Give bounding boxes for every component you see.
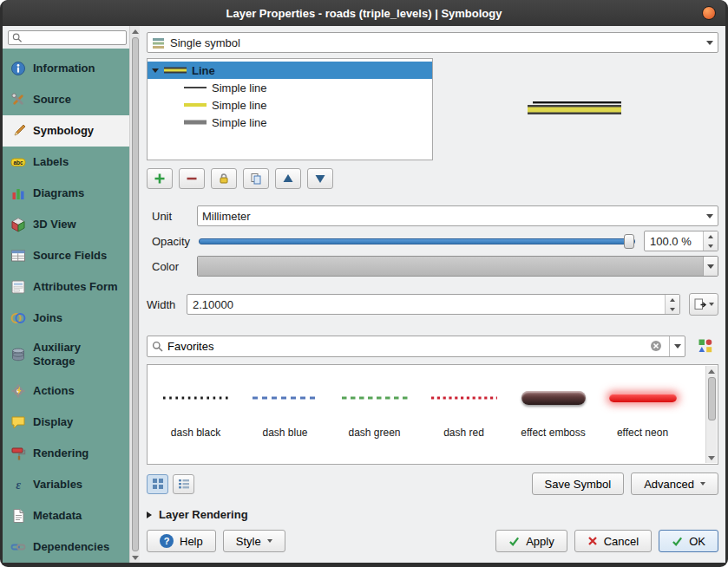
- tree-item-line[interactable]: Line: [148, 62, 432, 79]
- symbol-search-input[interactable]: [167, 340, 646, 353]
- preset-dash-black[interactable]: dash black: [151, 374, 240, 439]
- chevron-down-icon[interactable]: [703, 257, 718, 276]
- paint-roller-icon: [10, 445, 27, 462]
- chevron-down-icon[interactable]: [669, 336, 685, 356]
- road-symbol-preview-icon: [528, 101, 625, 118]
- scrollbar-thumb[interactable]: [708, 377, 716, 420]
- preset-effect-neon[interactable]: effect neon: [598, 374, 687, 439]
- sidebar-item-labels[interactable]: abc Labels: [3, 147, 129, 178]
- remove-symbol-layer-button[interactable]: [179, 168, 205, 189]
- unit-combo[interactable]: Millimeter: [197, 205, 718, 226]
- tree-item-simple-line-3[interactable]: Simple line: [148, 114, 432, 131]
- lock-color-button[interactable]: [211, 168, 237, 189]
- spin-down-icon[interactable]: [666, 304, 679, 314]
- width-spinbox[interactable]: 2.10000: [187, 294, 680, 315]
- spin-down-icon[interactable]: [704, 241, 718, 251]
- spin-up-icon[interactable]: [704, 231, 718, 241]
- symbol-search-field[interactable]: [147, 336, 685, 357]
- close-button[interactable]: [702, 6, 716, 20]
- preset-dash-green[interactable]: dash green: [330, 374, 419, 439]
- advanced-button[interactable]: Advanced: [631, 472, 718, 495]
- collapsed-arrow-icon: [147, 512, 152, 518]
- color-button[interactable]: [197, 256, 718, 277]
- sidebar-item-source[interactable]: Source: [3, 84, 129, 115]
- symbol-layer-tree: Line Simple line Simple line Simple line: [147, 58, 433, 160]
- sidebar-item-actions[interactable]: Actions: [3, 375, 129, 407]
- search-icon: [12, 32, 22, 43]
- chain-link-icon: [10, 538, 27, 556]
- sidebar-item-symbology[interactable]: Symbology: [3, 115, 129, 147]
- svg-text:abc: abc: [13, 160, 23, 166]
- opacity-spinbox[interactable]: 100.0 %: [644, 231, 718, 251]
- slider-track[interactable]: [199, 238, 635, 244]
- opacity-value: 100.0 %: [645, 231, 703, 251]
- sidebar-item-auxiliary-storage[interactable]: Auxiliary Storage: [3, 334, 129, 375]
- sidebar-item-attributes-form[interactable]: Attributes Form: [3, 271, 129, 303]
- move-up-button[interactable]: [275, 168, 301, 189]
- sidebar-scrollbar[interactable]: [129, 26, 140, 563]
- help-button[interactable]: ? Help: [147, 530, 216, 552]
- titlebar[interactable]: Layer Properties - roads (triple_levels)…: [3, 0, 725, 26]
- scrollbar-thumb[interactable]: [132, 37, 139, 551]
- data-defined-icon: [693, 297, 707, 311]
- speech-bubble-icon: [10, 414, 27, 431]
- renderer-combo[interactable]: Single symbol: [147, 32, 718, 53]
- line-symbol-icon: [164, 65, 187, 75]
- sidebar-item-information[interactable]: Information: [3, 53, 129, 84]
- style-button[interactable]: Style: [223, 530, 285, 552]
- chevron-down-icon: [700, 482, 705, 486]
- apply-button[interactable]: Apply: [495, 530, 567, 552]
- sidebar-item-dependencies[interactable]: Dependencies: [3, 531, 129, 563]
- preset-dash-red[interactable]: dash red: [419, 374, 508, 439]
- tree-item-simple-line-1[interactable]: Simple line: [148, 79, 432, 96]
- help-label: Help: [180, 535, 203, 548]
- icon-view-button[interactable]: [147, 474, 168, 494]
- add-symbol-layer-button[interactable]: [147, 168, 173, 189]
- left-panel: Information Source Symbology abc Labels: [3, 26, 140, 563]
- renderer-value: Single symbol: [170, 36, 240, 49]
- layer-rendering-section[interactable]: Layer Rendering: [147, 508, 718, 521]
- presets-scrollbar[interactable]: [705, 366, 717, 463]
- sidebar-item-rendering[interactable]: Rendering: [3, 438, 129, 469]
- preset-effect-emboss[interactable]: effect emboss: [508, 374, 598, 439]
- sidebar-item-diagrams[interactable]: Diagrams: [3, 178, 129, 209]
- unit-value: Millimeter: [202, 210, 251, 223]
- data-defined-override-button[interactable]: [689, 293, 718, 316]
- layer-properties-window: Layer Properties - roads (triple_levels)…: [0, 0, 728, 567]
- scroll-up-icon[interactable]: [706, 366, 717, 376]
- duplicate-symbol-layer-button[interactable]: [243, 168, 269, 189]
- sidebar-item-joins[interactable]: Joins: [3, 303, 129, 334]
- spin-up-icon[interactable]: [666, 295, 679, 304]
- sidebar-search-input[interactable]: [25, 32, 122, 44]
- tree-item-simple-line-2[interactable]: Simple line: [148, 96, 432, 114]
- move-down-button[interactable]: [307, 168, 333, 189]
- sidebar-search[interactable]: [8, 30, 127, 45]
- sidebar-item-metadata[interactable]: Metadata: [3, 500, 129, 531]
- ok-button[interactable]: OK: [659, 530, 718, 552]
- grid-view-icon: [152, 478, 164, 490]
- slider-handle[interactable]: [624, 234, 634, 249]
- sidebar-item-label: Attributes Form: [33, 280, 118, 294]
- opacity-slider[interactable]: [197, 231, 637, 251]
- list-view-button[interactable]: [173, 474, 194, 494]
- line-swatch-icon: [184, 82, 207, 93]
- style-manager-button[interactable]: [692, 335, 718, 357]
- scroll-down-icon[interactable]: [130, 552, 140, 563]
- sidebar-item-variables[interactable]: ε Variables: [3, 469, 129, 500]
- sidebar-item-3d-view[interactable]: 3D View: [3, 209, 129, 240]
- check-icon: [508, 536, 520, 547]
- preset-label: effect emboss: [521, 427, 585, 439]
- sidebar-item-source-fields[interactable]: Source Fields: [3, 240, 129, 271]
- preset-dash-blue[interactable]: dash blue: [240, 374, 330, 439]
- cancel-button[interactable]: Cancel: [574, 530, 652, 552]
- emboss-line-icon: [521, 391, 586, 405]
- scroll-down-icon[interactable]: [706, 453, 717, 463]
- scroll-up-icon[interactable]: [130, 26, 140, 36]
- sidebar-item-label: Display: [33, 415, 73, 429]
- save-symbol-button[interactable]: Save Symbol: [532, 472, 625, 495]
- lock-icon: [217, 172, 231, 186]
- expander-icon[interactable]: [152, 68, 159, 73]
- sidebar-item-label: Source Fields: [33, 249, 107, 263]
- clear-search-icon[interactable]: [650, 340, 662, 352]
- sidebar-item-display[interactable]: Display: [3, 407, 129, 438]
